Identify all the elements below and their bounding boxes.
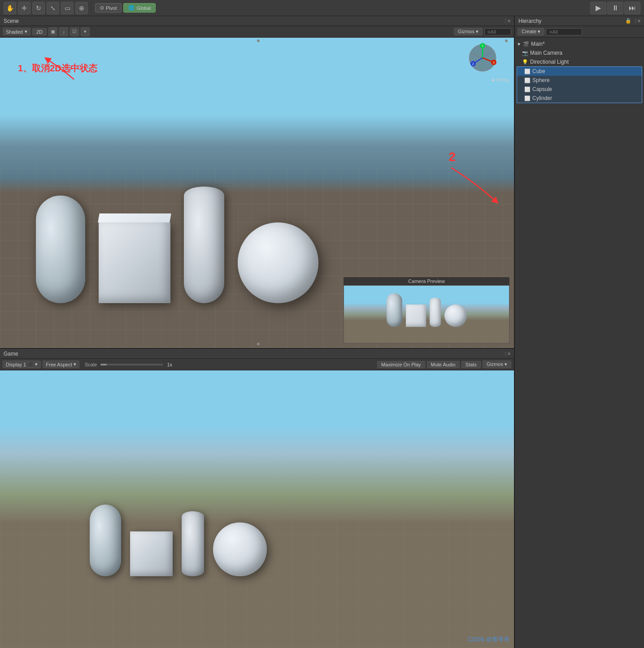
hierarchy-menu-btn[interactable]: ⋮≡: [633, 18, 640, 23]
aspect-label: Free Aspect: [46, 362, 72, 367]
hierarchy-item-label-cylinder: Cylinder: [532, 95, 552, 101]
main-layout: Scene ⋮≡ Shaded ▾ 2D ▣ ♪ ☑ ▾ Gizmos ▾: [0, 16, 644, 648]
scene-cube-obj: [99, 222, 170, 303]
scene-icon-btn-4[interactable]: ▾: [81, 27, 90, 36]
capsule-icon: ⬜: [524, 87, 531, 92]
game-panel: Game ⋮≡ Display 1 ⬛ ▾ Free Aspect ▾ Scal…: [0, 348, 514, 648]
hierarchy-item-label-sphere: Sphere: [532, 77, 550, 83]
hierarchy-lock-area: 🔒 ⋮≡: [625, 18, 640, 24]
hierarchy-toolbar: Create ▾: [515, 26, 644, 38]
create-btn[interactable]: Create ▾: [518, 28, 544, 35]
scene-viewport[interactable]: 1、取消2D选中状态: [0, 38, 514, 348]
camera-preview-viewport: [344, 285, 509, 344]
global-label: Global: [136, 5, 151, 11]
svg-text:X: X: [493, 61, 495, 64]
scene-panel-header: Scene ⋮≡: [0, 16, 514, 26]
mute-audio-btn[interactable]: Mute Audio: [427, 361, 460, 368]
hierarchy-item-sphere[interactable]: ⬜ Sphere: [517, 76, 642, 85]
global-icon: 🌐: [128, 5, 135, 11]
btn-2d[interactable]: 2D: [32, 28, 47, 35]
csdn-watermark: CSDN @青哥哥: [468, 635, 509, 644]
hand-tool-btn[interactable]: ✋: [4, 2, 16, 14]
scene-menu-btn[interactable]: ⋮≡: [503, 18, 510, 23]
scene-sphere-wrapper: [238, 222, 318, 303]
stats-btn[interactable]: Stats: [461, 361, 481, 368]
annotation-number-2: 2: [448, 150, 456, 164]
game-sphere-obj: [213, 522, 267, 576]
game-menu-btn[interactable]: ⋮≡: [503, 351, 510, 356]
right-panel: Hierarchy 🔒 ⋮≡ Create ▾ ▼ 🎬 Main* 📷 Main: [514, 16, 644, 648]
pivot-global-group: ⊙ Pivot 🌐 Global: [95, 3, 156, 13]
hierarchy-header: Hierarchy 🔒 ⋮≡: [515, 16, 644, 26]
hierarchy-tree: ▼ 🎬 Main* 📷 Main Camera 💡 Directional Li…: [515, 38, 644, 648]
game-viewport[interactable]: CSDN @青哥哥: [0, 370, 514, 648]
scene-toolbar: Shaded ▾ 2D ▣ ♪ ☑ ▾ Gizmos ▾: [0, 26, 514, 38]
scene-bottom-dot: [257, 343, 260, 345]
hierarchy-item-capsule[interactable]: ⬜ Capsule: [517, 85, 642, 94]
directional-light-icon: 💡: [522, 59, 528, 65]
display-chevron: ⬛: [27, 361, 34, 367]
preview-cylinder: [430, 298, 441, 327]
scene-icon-btn-1[interactable]: ▣: [48, 27, 57, 36]
scale-value: 1x: [167, 362, 172, 367]
hierarchy-item-main[interactable]: ▼ 🎬 Main*: [515, 39, 644, 48]
step-btn[interactable]: ⏭: [624, 2, 640, 14]
game-right-btns: Maximize On Play Mute Audio Stats Gizmos…: [377, 361, 511, 368]
annotation-text-1: 1、取消2D选中状态: [18, 62, 97, 74]
pivot-btn[interactable]: ⊙ Pivot: [95, 3, 122, 13]
scene-icon-btn-2[interactable]: ♪: [59, 27, 68, 36]
preview-capsule: [387, 293, 402, 327]
sphere-icon: ⬜: [524, 78, 531, 83]
rect-tool-btn[interactable]: ▭: [61, 2, 74, 14]
move-tool-btn[interactable]: ✛: [18, 2, 30, 14]
shaded-dropdown[interactable]: Shaded ▾: [3, 28, 30, 35]
scene-cube-wrapper: [99, 213, 170, 303]
main-camera-icon: 📷: [522, 50, 528, 56]
scene-expand-icon: ▼: [517, 42, 521, 47]
viewport-right-dot: [505, 39, 508, 42]
hierarchy-item-main-camera[interactable]: 📷 Main Camera: [515, 48, 644, 57]
scale-tool-btn[interactable]: ⤡: [47, 2, 59, 14]
aspect-dropdown[interactable]: Free Aspect ▾: [43, 361, 79, 368]
rotate-tool-btn[interactable]: ↻: [32, 2, 45, 14]
scene-gizmo: Y X Z: [467, 42, 498, 74]
lock-icon[interactable]: 🔒: [625, 18, 631, 24]
camera-preview-header: Camera Preview: [344, 277, 509, 285]
hierarchy-item-cylinder[interactable]: ⬜ Cylinder: [517, 94, 642, 103]
hierarchy-search-input[interactable]: [546, 28, 582, 35]
hierarchy-item-cube[interactable]: ⬜ Cube: [517, 67, 642, 76]
game-gizmos-btn[interactable]: Gizmos ▾: [483, 361, 511, 368]
hierarchy-highlight-box: ⬜ Cube ⬜ Sphere ⬜ Capsule ⬜ Cylinder: [517, 66, 642, 103]
transform-tool-btn[interactable]: ⊕: [75, 2, 88, 14]
hierarchy-item-label-cube: Cube: [532, 68, 545, 74]
scene-icon-btn-3[interactable]: ☑: [70, 27, 79, 36]
cylinder-icon: ⬜: [524, 96, 531, 101]
hierarchy-item-label-main: Main*: [531, 41, 545, 47]
game-panel-header: Game ⋮≡: [0, 349, 514, 359]
viewport-top-dot: [257, 39, 260, 42]
left-panel: Scene ⋮≡ Shaded ▾ 2D ▣ ♪ ☑ ▾ Gizmos ▾: [0, 16, 514, 648]
shaded-label: Shaded: [6, 29, 23, 35]
cube-icon: ⬜: [524, 69, 531, 74]
gizmos-btn[interactable]: Gizmos ▾: [454, 28, 483, 35]
scene-objects: [36, 187, 318, 303]
play-btn[interactable]: ▶: [590, 2, 606, 14]
pivot-icon: ⊙: [100, 5, 104, 11]
annotation-arrow-2: [447, 163, 500, 208]
game-panel-title: Game: [4, 351, 18, 357]
display-dropdown[interactable]: Display 1 ⬛ ▾: [3, 361, 41, 368]
camera-preview: Camera Preview: [344, 277, 509, 344]
scene-sphere-obj: [238, 222, 318, 303]
global-btn[interactable]: 🌐 Global: [123, 3, 156, 13]
game-cylinder-obj: [182, 511, 204, 576]
pivot-label: Pivot: [106, 5, 117, 11]
aspect-arrow: ▾: [74, 361, 76, 367]
scale-slider[interactable]: [100, 364, 163, 365]
pause-btn[interactable]: ⏸: [607, 2, 623, 14]
play-controls: ▶ ⏸ ⏭: [590, 2, 640, 14]
scene-search-input[interactable]: [484, 28, 511, 35]
maximize-on-play-btn[interactable]: Maximize On Play: [377, 361, 425, 368]
persp-label: ◄ Persp: [490, 77, 509, 83]
preview-sphere: [444, 304, 467, 327]
hierarchy-item-directional-light[interactable]: 💡 Directional Light: [515, 57, 644, 66]
